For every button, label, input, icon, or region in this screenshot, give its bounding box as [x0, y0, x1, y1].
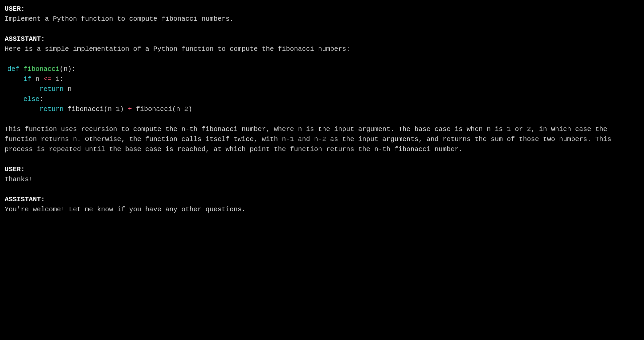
- code-token: [7, 85, 39, 93]
- code-token: [7, 105, 39, 113]
- code-token: [7, 95, 23, 103]
- conversation-container: USER: Implement a Python function to com…: [5, 4, 639, 215]
- message-text: You're welcome! Let me know if you have …: [5, 205, 639, 215]
- role-label-assistant: ASSISTANT:: [5, 195, 639, 205]
- code-token: [7, 75, 23, 83]
- code-token: (n):: [60, 65, 76, 73]
- code-token: else: [23, 95, 39, 103]
- code-token: fibonacci: [23, 65, 60, 73]
- code-token: return: [39, 105, 64, 113]
- message-block-user-2: USER: Thanks!: [5, 164, 639, 185]
- message-intro: Here is a simple implementation of a Pyt…: [5, 44, 639, 54]
- code-token: -: [180, 105, 184, 113]
- code-token: return: [39, 85, 64, 93]
- code-token: [19, 65, 23, 73]
- code-token: <=: [44, 75, 52, 83]
- code-token: :: [39, 95, 44, 103]
- code-block-python: def fibonacci(n): if n <= 1: return n el…: [5, 64, 639, 114]
- code-token: ): [188, 105, 192, 113]
- message-block-user-1: USER: Implement a Python function to com…: [5, 4, 639, 24]
- code-token: :: [60, 75, 64, 83]
- code-token: 1: [116, 105, 120, 113]
- code-token: n: [31, 75, 44, 83]
- code-token: fibonacci(n: [132, 105, 180, 113]
- message-explanation: This function uses recursion to compute …: [5, 124, 639, 154]
- role-label-user: USER:: [5, 164, 639, 175]
- code-token: 2: [184, 105, 188, 113]
- message-block-assistant-1: ASSISTANT: Here is a simple implementati…: [5, 34, 639, 154]
- code-token: 1: [56, 75, 60, 83]
- code-token: fibonacci(n: [64, 105, 112, 113]
- code-token: -: [112, 105, 116, 113]
- message-text: Implement a Python function to compute f…: [5, 14, 639, 24]
- code-token: n: [64, 85, 72, 93]
- role-label-assistant: ASSISTANT:: [5, 34, 639, 44]
- role-label-user: USER:: [5, 4, 639, 14]
- message-text: Thanks!: [5, 175, 639, 185]
- code-token: def: [7, 65, 19, 73]
- code-token: +: [128, 105, 132, 113]
- code-token: [52, 75, 56, 83]
- message-block-assistant-2: ASSISTANT: You're welcome! Let me know i…: [5, 195, 639, 215]
- code-token: ): [120, 105, 128, 113]
- code-token: if: [23, 75, 31, 83]
